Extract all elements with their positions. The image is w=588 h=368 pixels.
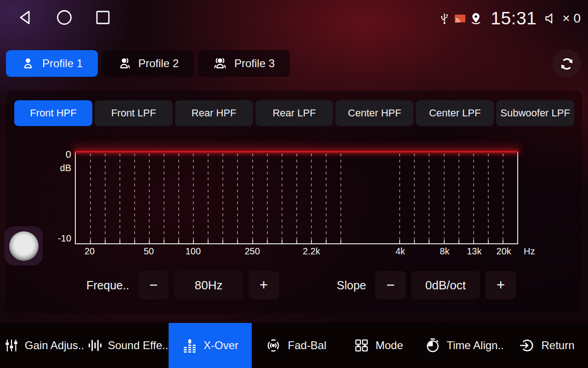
nav-item-time-align[interactable]: Time Align..: [421, 323, 508, 368]
home-button[interactable]: [56, 9, 73, 26]
frequency-label: Freque..: [86, 279, 129, 292]
chart-gridline: [178, 154, 179, 243]
x-tick-label: 8k: [440, 246, 449, 257]
x-tick-label: 13k: [467, 246, 481, 257]
x-axis-tick: [90, 240, 91, 243]
x-axis-tick: [237, 240, 238, 243]
chart-gridline: [473, 154, 474, 243]
x-axis-tick: [164, 240, 164, 243]
system-nav: [17, 9, 111, 26]
chart-gridline: [311, 154, 312, 243]
profile-tab-label: Profile 1: [42, 57, 83, 70]
floating-knob-button[interactable]: [5, 226, 43, 265]
crossover-panel: Front HPFFront LPFRear HPFRear LPFCenter…: [6, 91, 582, 313]
filter-tab-label: Front HPF: [30, 107, 76, 119]
chart-gridline: [444, 154, 445, 243]
back-button[interactable]: [17, 9, 34, 26]
filter-tab-rear-hpf[interactable]: Rear HPF: [175, 100, 253, 126]
mode-grid-icon: [354, 338, 369, 353]
chart-gridline: [267, 154, 268, 243]
volume-muted-icon: [544, 12, 558, 25]
chart-gridline: [488, 154, 489, 243]
filter-tab-front-hpf[interactable]: Front HPF: [14, 100, 92, 126]
x-tick-label: 250: [245, 246, 260, 257]
nav-item-fad-bal[interactable]: Fad-Bal: [263, 323, 329, 368]
x-axis-tick: [488, 240, 489, 243]
x-axis-tick: [326, 240, 327, 243]
nav-item-return[interactable]: Return: [516, 323, 578, 368]
cast-icon: [454, 14, 466, 23]
x-axis-tick: [149, 240, 150, 243]
clock: 15:31: [491, 8, 537, 29]
chart-gridline: [222, 154, 223, 243]
slope-increase-button[interactable]: +: [486, 271, 516, 299]
chart-gridline: [414, 154, 415, 243]
chart-gridline: [149, 154, 150, 243]
nav-item-label: Gain Adjus..: [25, 339, 84, 352]
chart-gridline: [458, 154, 459, 243]
slope-label: Slope: [337, 279, 366, 292]
y-axis-tick-label-bottom: -10: [47, 233, 71, 244]
recents-icon: [95, 9, 111, 26]
nav-item-gain-adjus[interactable]: Gain Adjus..: [3, 323, 85, 368]
profile-tab-label: Profile 2: [138, 57, 179, 70]
filter-tab-center-lpf[interactable]: Center LPF: [416, 100, 494, 126]
filter-tab-label: Center HPF: [348, 107, 401, 119]
chart-gridline: [399, 154, 400, 243]
x-axis-tick: [178, 240, 179, 243]
bottom-nav-bar: Gain Adjus..Sound Effe..X-OverFad-BalMod…: [0, 323, 588, 368]
waveform-icon: [87, 338, 102, 353]
slope-value: 0dB/oct: [411, 271, 480, 299]
frequency-increase-button[interactable]: +: [249, 271, 279, 299]
profile-tab-label: Profile 3: [234, 57, 275, 70]
chart-gridline: [134, 154, 135, 243]
nav-item-label: Fad-Bal: [288, 339, 326, 352]
x-axis-tick: [444, 240, 445, 243]
profile-tab-3[interactable]: Profile 3: [198, 50, 290, 77]
chart-gridline: [282, 154, 283, 243]
x-axis-tick: [222, 240, 223, 243]
chart-gridline: [326, 154, 327, 243]
nav-item-label: Return: [541, 339, 574, 352]
profile-tab-2[interactable]: Profile 2: [102, 50, 194, 77]
nav-item-sound-effe[interactable]: Sound Effe..: [86, 323, 169, 368]
status-bar: 15:31 × 0: [0, 0, 588, 37]
mixer-icon: [4, 338, 19, 353]
filter-tab-subwoofer-lpf[interactable]: Subwoofer LPF: [496, 100, 574, 126]
equalizer-icon: [182, 338, 198, 353]
refresh-button[interactable]: [552, 49, 581, 78]
slope-control: Slope − 0dB/oct +: [337, 271, 519, 299]
back-icon: [17, 9, 34, 26]
chart-gridline: [237, 154, 238, 243]
x-axis-tick: [458, 240, 459, 243]
chart-gridline: [119, 154, 120, 243]
x-axis-tick: [429, 240, 430, 243]
frequency-value: 80Hz: [174, 271, 243, 299]
xover-screen: 15:31 × 0 Profile 1Profile 2Profile 3 Fr…: [0, 0, 588, 368]
frequency-decrease-button[interactable]: −: [138, 271, 169, 299]
nav-item-mode[interactable]: Mode: [350, 323, 407, 368]
filter-tab-front-lpf[interactable]: Front LPF: [95, 100, 173, 126]
x-axis-tick: [105, 240, 106, 243]
nav-item-label: X-Over: [204, 339, 238, 352]
volume-level: × 0: [562, 11, 581, 26]
filter-tab-center-hpf[interactable]: Center HPF: [335, 100, 413, 126]
x-axis-tick: [399, 240, 400, 243]
profile-3-icon: [213, 57, 227, 70]
x-axis-tick: [311, 240, 312, 243]
chart-gridline: [90, 154, 91, 243]
profile-tab-1[interactable]: Profile 1: [6, 50, 98, 77]
x-axis-tick: [340, 240, 341, 243]
chart-gridline: [208, 154, 209, 243]
x-axis-tick: [414, 240, 415, 243]
recents-button[interactable]: [95, 9, 111, 26]
filter-tab-bar: Front HPFFront LPFRear HPFRear LPFCenter…: [14, 100, 574, 126]
usb-icon: [438, 12, 451, 26]
slope-decrease-button[interactable]: −: [375, 271, 406, 299]
nav-item-x-over[interactable]: X-Over: [169, 323, 252, 368]
fader-balance-icon: [265, 337, 282, 354]
filter-tab-rear-lpf[interactable]: Rear LPF: [255, 100, 334, 126]
x-axis-tick: [193, 240, 194, 243]
x-tick-label: 100: [186, 246, 201, 257]
nav-item-label: Time Align..: [447, 339, 504, 352]
